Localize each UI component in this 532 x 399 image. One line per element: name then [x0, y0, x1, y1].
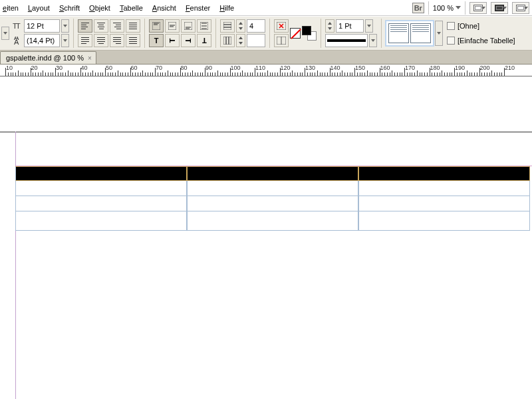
valign-bottom-button[interactable]	[181, 19, 196, 33]
align-justify-center-button[interactable]	[94, 34, 108, 47]
menu-tabelle[interactable]: Tabelle	[120, 4, 143, 12]
menu-objekt[interactable]: Objekt	[89, 4, 110, 12]
menu-fenster[interactable]: Fenster	[186, 4, 210, 12]
table-cell[interactable]	[15, 211, 187, 231]
svg-marker-20	[239, 22, 243, 25]
style-simple-table[interactable]: [Einfache Tabelle]	[447, 34, 515, 47]
text-rotate-270-button[interactable]: T	[165, 34, 180, 47]
arrange-button[interactable]	[491, 2, 508, 14]
unmerge-cells-button[interactable]	[274, 34, 289, 47]
text-rotate-180-button[interactable]: T	[197, 34, 211, 47]
svg-rect-22	[223, 37, 226, 45]
table-row[interactable]	[15, 196, 532, 211]
horizontal-ruler[interactable]: 1020304050607080901001101201301401501601…	[0, 65, 532, 76]
document-canvas[interactable]	[0, 76, 532, 399]
table-cell[interactable]	[187, 181, 358, 196]
table-row[interactable]	[15, 181, 532, 196]
valign-top-button[interactable]	[149, 19, 164, 33]
leading-dropdown[interactable]	[61, 34, 69, 47]
menu-bearbeiten[interactable]: eiten	[3, 4, 19, 12]
svg-text:T: T	[16, 22, 21, 30]
table-cell[interactable]	[15, 166, 187, 181]
menu-ansicht[interactable]: Ansicht	[152, 4, 176, 12]
stroke-style-dropdown[interactable]	[369, 34, 377, 47]
align-justify-button[interactable]	[126, 19, 140, 33]
stroke-stepper[interactable]	[325, 19, 334, 33]
rows-icon	[220, 19, 235, 33]
align-center-button[interactable]	[94, 19, 108, 33]
screen-mode-button[interactable]	[469, 2, 487, 14]
zoom-dropdown[interactable]: 100 %	[433, 4, 461, 12]
font-dropdown-button[interactable]	[1, 27, 9, 40]
svg-rect-7	[168, 22, 176, 30]
close-tab-icon[interactable]: ×	[88, 55, 92, 62]
separator	[144, 19, 145, 48]
style-none[interactable]: [Ohne]	[447, 19, 515, 33]
table-cell[interactable]	[15, 181, 187, 196]
valign-justify-button[interactable]	[197, 19, 211, 33]
font-size-icon: TT	[11, 20, 23, 32]
align-justify-right-button[interactable]	[110, 34, 124, 47]
document-tab[interactable]: gspalette.indd @ 100 % ×	[0, 51, 96, 64]
document-tab-bar: gspalette.indd @ 100 % ×	[0, 51, 532, 65]
leading-field[interactable]	[24, 34, 60, 47]
text-rotate-90-button[interactable]: T	[181, 34, 196, 47]
align-right-button[interactable]	[110, 19, 124, 33]
separator	[73, 19, 74, 48]
align-away-spine-button[interactable]	[126, 34, 140, 47]
table-frame[interactable]	[15, 166, 532, 227]
table-cell[interactable]	[358, 196, 530, 211]
svg-marker-32	[328, 22, 332, 25]
workspace-button[interactable]	[512, 2, 529, 14]
menu-hilfe[interactable]: Hilfe	[219, 4, 234, 12]
align-justify-left-button[interactable]	[78, 34, 92, 47]
stroke-weight-field[interactable]	[336, 19, 364, 33]
font-size-dropdown[interactable]	[61, 19, 69, 33]
separator	[321, 19, 321, 48]
svg-rect-19	[223, 27, 231, 30]
table-cell[interactable]	[187, 211, 358, 231]
control-panel: TT AA	[0, 16, 532, 51]
svg-rect-18	[223, 25, 231, 27]
valign-center-button[interactable]	[165, 19, 180, 33]
rows-stepper[interactable]	[236, 19, 245, 33]
stroke-style-field[interactable]	[325, 34, 368, 47]
merge-cells-button[interactable]	[274, 19, 289, 33]
separator	[381, 19, 382, 48]
font-size-field[interactable]	[24, 19, 60, 33]
align-left-button[interactable]	[78, 19, 92, 33]
table-cell[interactable]	[358, 211, 530, 231]
columns-stepper[interactable]	[236, 34, 245, 47]
fill-stroke-swatch[interactable]	[302, 26, 317, 41]
svg-marker-25	[239, 37, 243, 39]
table-cell[interactable]	[187, 196, 358, 211]
columns-icon	[220, 34, 235, 47]
svg-rect-17	[223, 22, 231, 25]
menu-schrift[interactable]: Schrift	[59, 4, 80, 12]
svg-marker-26	[239, 42, 243, 45]
table-cell[interactable]	[358, 181, 530, 196]
svg-text:A: A	[14, 38, 19, 45]
no-stroke-icon[interactable]	[290, 28, 301, 39]
table-header-row[interactable]	[15, 166, 532, 181]
svg-rect-23	[226, 37, 229, 45]
separator	[215, 19, 216, 48]
menu-layout[interactable]: Layout	[28, 4, 50, 12]
table-cell[interactable]	[187, 166, 358, 181]
columns-field[interactable]	[247, 34, 265, 47]
rows-field[interactable]	[247, 19, 265, 33]
separator	[428, 1, 429, 15]
table-row[interactable]	[15, 211, 532, 227]
leading-icon: AA	[11, 35, 23, 47]
separator	[465, 1, 466, 15]
table-cell[interactable]	[15, 196, 187, 211]
table-style-dropdown[interactable]	[435, 21, 443, 46]
table-cell[interactable]	[358, 166, 530, 181]
stroke-weight-dropdown[interactable]	[365, 19, 373, 33]
text-horizontal-button[interactable]: T	[149, 34, 164, 47]
tab-label: gspalette.indd @ 100 %	[6, 54, 84, 62]
bridge-icon[interactable]: Br	[412, 3, 424, 13]
page-edge	[0, 132, 532, 132]
menu-bar: eiten Layout Schrift Objekt Tabelle Ansi…	[0, 0, 532, 16]
table-style-preview[interactable]	[386, 21, 434, 46]
